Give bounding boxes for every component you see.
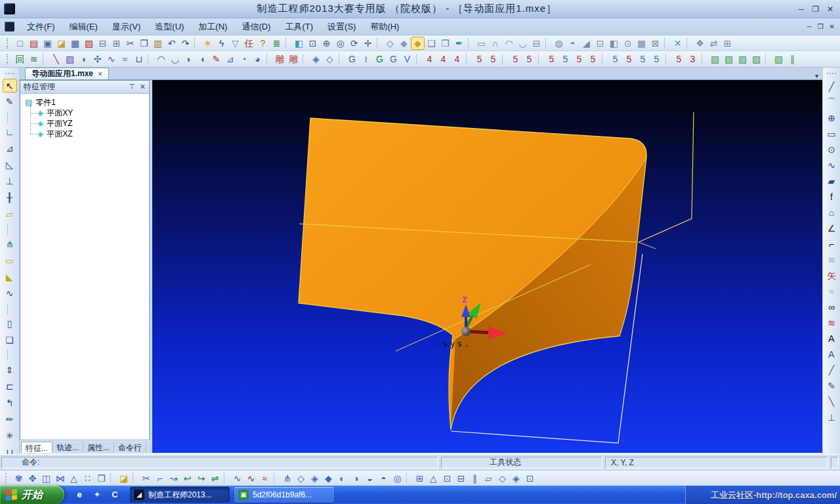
engrave-vl[interactable]: 雕 xyxy=(273,52,287,66)
new-file[interactable]: □ xyxy=(13,37,27,50)
tab-properties[interactable]: 属性... xyxy=(83,442,114,453)
mdi-close-button[interactable]: ✕ xyxy=(830,23,835,30)
axis5-line[interactable]: 5 xyxy=(472,52,486,66)
leader-arrow[interactable]: ⌐ xyxy=(824,238,839,251)
coord-plane-xy[interactable]: ∟ xyxy=(3,125,17,139)
spline-fit-1[interactable]: ∿ xyxy=(230,472,244,485)
sketch-plane[interactable]: ◺ xyxy=(3,158,17,172)
offset-surface[interactable]: ◠ xyxy=(154,52,168,66)
task-manager[interactable]: 任 xyxy=(242,37,256,50)
frame-edit[interactable]: ❏ xyxy=(3,333,17,347)
triangle-rule[interactable]: ◣ xyxy=(3,270,17,284)
menu-tools[interactable]: 工具(T) xyxy=(278,21,320,33)
curvature-analysis[interactable]: ∩ xyxy=(488,37,502,50)
help[interactable]: ? xyxy=(256,37,270,50)
extend-surface[interactable]: ◖ xyxy=(196,52,209,66)
print[interactable]: ⊟ xyxy=(96,37,110,50)
axis5-g[interactable]: 5 xyxy=(558,52,572,66)
save[interactable]: ▦ xyxy=(68,37,82,50)
axis5-pencil[interactable]: 5 xyxy=(545,52,558,66)
paste[interactable]: ▥ xyxy=(151,37,165,50)
save-as[interactable]: ▨ xyxy=(82,37,96,50)
axis4-finish[interactable]: 4 xyxy=(450,52,464,66)
solid-diamond-1[interactable]: ◇ xyxy=(495,472,509,485)
wireframe-display[interactable]: ◇ xyxy=(383,37,397,50)
surface-tree[interactable]: ⋔ xyxy=(280,472,294,485)
mirror-tool[interactable]: ⋈ xyxy=(53,472,67,485)
section-view[interactable]: ⊟ xyxy=(530,37,543,50)
copy[interactable]: ❐ xyxy=(137,37,151,50)
revolve-surface[interactable]: ◖ xyxy=(77,52,91,66)
modify-tool[interactable]: ✏ xyxy=(3,413,17,427)
zoom-in[interactable]: ⊕ xyxy=(320,37,333,50)
draw-circle[interactable]: ⊕ xyxy=(824,112,839,125)
finish-machining[interactable]: ◇ xyxy=(323,52,337,66)
open-template[interactable]: ▣ xyxy=(41,37,54,50)
assembly-tools[interactable]: ❖ xyxy=(693,37,707,50)
axis5-cross[interactable]: 5 xyxy=(572,52,586,66)
curve-edit[interactable]: ↝ xyxy=(167,472,180,485)
solid-chamfer[interactable]: ◢ xyxy=(579,37,593,50)
curve-join-2[interactable]: ↪ xyxy=(194,472,208,485)
command-prompt[interactable]: 命令: xyxy=(1,457,438,469)
tab-command-line[interactable]: 命令行 xyxy=(114,442,146,453)
spline-axis[interactable]: ⋔ xyxy=(3,238,17,251)
lofted-surface[interactable]: ∿ xyxy=(104,52,118,66)
solid-hole[interactable]: ⊙ xyxy=(621,37,635,50)
cut[interactable]: ✂ xyxy=(123,37,137,50)
scene-canvas[interactable]: Z .sys. xyxy=(152,80,822,453)
thicken-surface[interactable]: ⊿ xyxy=(223,52,237,66)
menu-view[interactable]: 显示(V) xyxy=(105,21,148,33)
layer-manager[interactable]: ≣ xyxy=(270,37,284,50)
solid-frame[interactable]: ⊡ xyxy=(593,37,607,50)
window-tile[interactable]: ❐ xyxy=(438,37,452,50)
solid-dash-box[interactable]: ⊡ xyxy=(523,472,537,485)
wave-surface[interactable]: ≋ xyxy=(824,253,839,267)
curve-corner[interactable]: ⌐ xyxy=(153,472,167,485)
g-spiral-machining[interactable]: G xyxy=(373,52,387,66)
dim-linear[interactable]: ╱ xyxy=(824,364,839,377)
erase-marks[interactable]: ✳ xyxy=(3,429,17,443)
render-light[interactable]: ☀ xyxy=(201,37,215,50)
mdi-minimize-button[interactable]: ─ xyxy=(807,23,812,30)
draw-surface-patch[interactable]: ▰ xyxy=(824,175,839,188)
grid-surface-5[interactable]: ▨ xyxy=(772,52,786,66)
axis5-x[interactable]: 5 xyxy=(622,52,636,66)
surface-round-2[interactable]: ◑ xyxy=(349,472,363,485)
view-glasses[interactable]: ∞ xyxy=(824,301,839,314)
surface-round-4[interactable]: ◓ xyxy=(377,472,390,485)
shaded-display[interactable]: ◆ xyxy=(411,37,425,50)
draw-line[interactable]: ╱ xyxy=(824,80,839,94)
bell-tool[interactable]: △ xyxy=(67,472,81,485)
array-circular[interactable]: ✾ xyxy=(12,472,26,485)
erase[interactable]: ◧ xyxy=(292,37,306,50)
measure-tool[interactable]: ✕ xyxy=(671,37,684,50)
panel-close-icon[interactable]: ✕ xyxy=(140,83,146,91)
axis5-top[interactable]: 5 xyxy=(486,52,500,66)
surface-flip-2[interactable]: ◈ xyxy=(308,472,322,485)
solid-plus-2[interactable]: ⊟ xyxy=(454,472,468,485)
quicklaunch-browser[interactable]: C xyxy=(109,489,121,501)
draw-ellipse[interactable]: ⊙ xyxy=(824,143,839,157)
dim-edit[interactable]: ✎ xyxy=(824,379,839,393)
open-folder[interactable]: ◪ xyxy=(54,37,68,50)
solid-box[interactable]: ⊞ xyxy=(413,472,427,485)
solid-cut[interactable]: ◧ xyxy=(607,37,621,50)
text-tool[interactable]: A xyxy=(824,332,839,346)
axis4-line[interactable]: 4 xyxy=(423,52,436,66)
undo[interactable]: ↶ xyxy=(165,37,178,50)
axis-grid[interactable]: ╂ xyxy=(3,191,17,205)
dim-angle[interactable]: ╲ xyxy=(824,395,839,409)
solid-pattern[interactable]: ⊠ xyxy=(648,37,662,50)
patch-surface[interactable]: ◕ xyxy=(251,52,264,66)
draw-rectangle[interactable]: ▭ xyxy=(824,127,839,141)
dim-box[interactable]: ⊏ xyxy=(3,380,17,394)
copy-window[interactable]: ❐ xyxy=(94,472,108,485)
v-groove-machining[interactable]: V xyxy=(400,52,414,66)
trim-surface[interactable]: ◗ xyxy=(182,52,196,66)
hidden-line-display[interactable]: ◆ xyxy=(397,37,411,50)
menu-model[interactable]: 造型(U) xyxy=(148,21,191,33)
blend-surface[interactable]: ◔ xyxy=(237,52,251,66)
solid-plus-1[interactable]: ⊡ xyxy=(440,472,454,485)
surface-shade[interactable]: ◆ xyxy=(322,472,335,485)
